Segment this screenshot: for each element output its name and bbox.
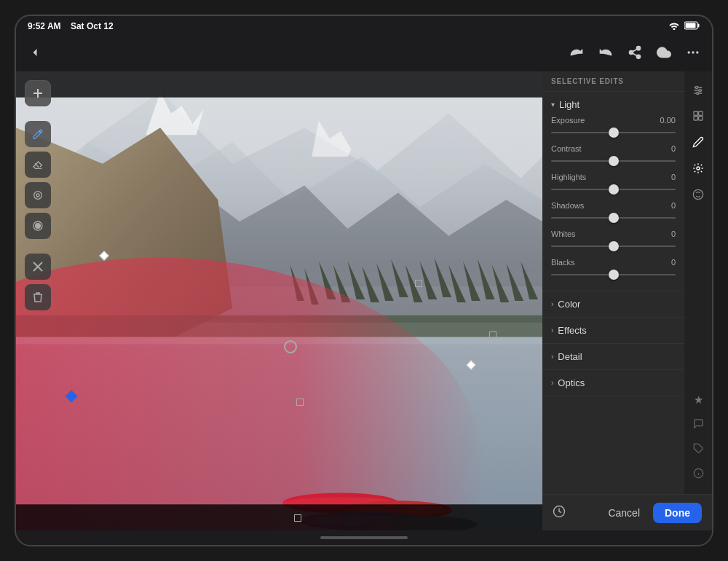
- filter-icon[interactable]: [692, 85, 704, 98]
- detail-label: Detail: [558, 351, 582, 362]
- home-indicator: [16, 530, 712, 545]
- contrast-label: Contrast: [551, 144, 582, 153]
- exposure-slider-row: Exposure 0.00: [542, 114, 684, 143]
- svg-point-63: [697, 167, 700, 170]
- shadows-slider-row: Shadows 0: [542, 200, 684, 228]
- color-section-row[interactable]: › Color: [542, 291, 684, 318]
- panel-content: SELECTIVE EDITS ▾ Light Exposure 0.00: [542, 71, 684, 494]
- status-icons: [668, 21, 700, 32]
- highlights-slider[interactable]: [551, 184, 676, 195]
- top-toolbar: [16, 36, 712, 71]
- status-time-date: 9:52 AM Sat Oct 12: [28, 21, 114, 31]
- delete-button[interactable]: [25, 284, 51, 310]
- detail-section-row[interactable]: › Detail: [542, 344, 684, 370]
- whites-label: Whites: [551, 230, 576, 238]
- selection-handle-2[interactable]: [489, 332, 496, 339]
- whites-slider-row: Whites 0: [542, 228, 684, 256]
- shadows-label: Shadows: [551, 201, 584, 210]
- light-chevron-down-icon: ▾: [551, 101, 555, 109]
- gradient-rotation-handle[interactable]: [284, 340, 297, 353]
- shadows-value: 0: [671, 201, 676, 210]
- light-section-header[interactable]: ▾ Light: [542, 92, 684, 114]
- detail-chevron-icon: ›: [551, 353, 553, 361]
- svg-rect-62: [699, 117, 703, 120]
- effects-label: Effects: [558, 325, 587, 336]
- optics-label: Optics: [558, 377, 585, 388]
- whites-value: 0: [671, 230, 676, 238]
- edit-icon[interactable]: [692, 136, 704, 151]
- contrast-thumb[interactable]: [609, 156, 619, 166]
- blacks-slider[interactable]: [551, 269, 676, 280]
- exposure-value: 0.00: [660, 116, 676, 125]
- done-button[interactable]: Done: [653, 503, 702, 523]
- redo-button[interactable]: [566, 42, 587, 66]
- selective-edits-header: SELECTIVE EDITS: [542, 71, 684, 92]
- blacks-value: 0: [671, 258, 676, 267]
- mask-icon[interactable]: [692, 189, 704, 203]
- undo-button[interactable]: [596, 42, 616, 66]
- share-button[interactable]: [625, 42, 645, 66]
- whites-thumb[interactable]: [609, 241, 619, 251]
- back-button[interactable]: [25, 42, 45, 66]
- svg-rect-1: [698, 24, 700, 28]
- selection-handle-3[interactable]: [296, 399, 304, 406]
- blacks-thumb[interactable]: [609, 270, 619, 280]
- status-bar: 9:52 AM Sat Oct 12: [16, 16, 712, 36]
- contrast-slider-row: Contrast 0: [542, 143, 684, 171]
- optics-section-row[interactable]: › Optics: [542, 370, 684, 396]
- light-section: ▾ Light Exposure 0.00: [542, 92, 684, 291]
- home-bar: [320, 536, 408, 539]
- star-icon[interactable]: ★: [694, 393, 703, 407]
- svg-rect-59: [694, 111, 697, 115]
- selection-handle-bottom[interactable]: [294, 514, 301, 522]
- cloud-button[interactable]: [654, 42, 674, 66]
- more-button[interactable]: [683, 42, 703, 66]
- light-label: Light: [559, 99, 579, 110]
- color-label: Color: [558, 299, 580, 310]
- panel-with-icons: SELECTIVE EDITS ▾ Light Exposure 0.00: [542, 71, 712, 494]
- shadows-slider[interactable]: [551, 212, 676, 224]
- exposure-slider[interactable]: [551, 127, 676, 138]
- svg-rect-46: [16, 71, 542, 344]
- svg-point-56: [695, 86, 697, 88]
- highlights-thumb[interactable]: [609, 184, 619, 195]
- right-panel-wrapper: SELECTIVE EDITS ▾ Light Exposure 0.00: [542, 71, 712, 530]
- canvas-area[interactable]: [16, 71, 542, 530]
- svg-rect-61: [694, 117, 697, 120]
- time: 9:52 AM: [28, 21, 61, 31]
- contrast-value: 0: [671, 144, 676, 153]
- bottom-action-bar: Cancel Done: [542, 494, 712, 530]
- brush-tool-button[interactable]: [25, 121, 51, 147]
- exposure-thumb[interactable]: [609, 128, 619, 138]
- toolbar-left: [25, 42, 45, 66]
- svg-point-49: [36, 194, 39, 197]
- svg-point-51: [36, 224, 41, 229]
- info-icon[interactable]: [693, 468, 704, 481]
- right-icons-column: ★: [684, 71, 712, 494]
- shadows-thumb[interactable]: [609, 213, 619, 223]
- whites-slider[interactable]: [551, 240, 676, 252]
- optics-chevron-icon: ›: [551, 379, 553, 387]
- left-tools-panel: [25, 80, 51, 310]
- bottom-actions-right: Cancel Done: [601, 503, 702, 523]
- history-button[interactable]: [553, 505, 566, 521]
- date: Sat Oct 12: [71, 21, 114, 31]
- svg-point-3: [688, 51, 690, 53]
- layers-icon[interactable]: [692, 110, 704, 125]
- tag-icon[interactable]: [693, 443, 704, 456]
- selection-handle-1[interactable]: [415, 280, 422, 287]
- add-tool-button[interactable]: [25, 80, 51, 106]
- cancel-button[interactable]: Cancel: [601, 503, 647, 523]
- highlights-value: 0: [671, 173, 676, 181]
- svg-rect-47: [16, 71, 542, 98]
- radial-filter2-button[interactable]: [25, 213, 51, 239]
- speech-bubble-icon[interactable]: [693, 418, 704, 431]
- contrast-slider[interactable]: [551, 155, 676, 167]
- svg-point-57: [699, 89, 701, 91]
- close-edit-button[interactable]: [25, 254, 51, 280]
- settings-icon[interactable]: [692, 162, 704, 177]
- effects-section-row[interactable]: › Effects: [542, 318, 684, 344]
- color-chevron-icon: ›: [551, 300, 553, 308]
- radial-filter-button[interactable]: [25, 182, 51, 208]
- eraser-tool-button[interactable]: [25, 152, 51, 178]
